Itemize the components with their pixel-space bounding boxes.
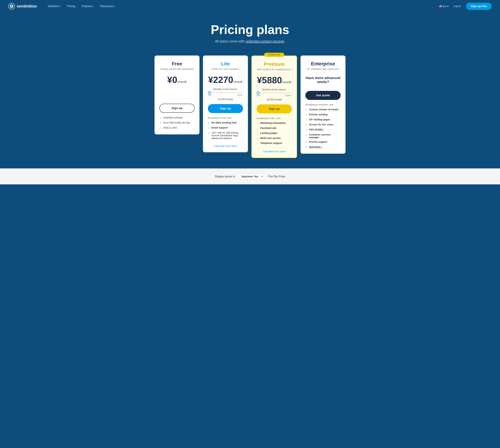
list-item: ✓20+ landing pages	[305, 118, 341, 121]
check-icon: ✓	[305, 133, 308, 137]
free-period: /month	[177, 80, 187, 84]
lite-calc-link[interactable]: Calculate your price	[208, 144, 243, 147]
check-icon: ✓	[208, 127, 210, 129]
free-plan-subtitle: Getting started with Sendinblue	[159, 68, 195, 70]
logo-text: sendinblue	[17, 4, 37, 9]
premium-slider-thumb	[257, 91, 260, 95]
hero-subtitle: All plans come with unlimited contact st…	[3, 39, 497, 43]
nav-features[interactable]: Features ▾	[79, 3, 97, 9]
flag-icon: 🇺🇸	[439, 5, 442, 8]
and-more-link[interactable]: And more...	[309, 145, 322, 148]
check-icon: ✓	[305, 146, 308, 149]
lite-period: /month	[233, 80, 243, 84]
check-icon: ✓	[159, 116, 162, 119]
list-item: ✓SSO (SAML)	[305, 128, 341, 131]
hero-section: Pricing plans All plans come with unlimi…	[0, 13, 500, 52]
enterprise-quote-button[interactable]: Get quote	[305, 91, 341, 100]
free-feature-list: ✓Unlimited contacts ✓Up to 300 emails pe…	[159, 116, 195, 129]
bottom-bar: Display prices in Japanese Yen US Dollar…	[0, 168, 500, 184]
premium-price: ¥5880	[257, 75, 282, 85]
enterprise-feature-list: ✓Custom volume of emails ✓Priority sendi…	[305, 108, 341, 149]
free-signup-button[interactable]: Sign up	[159, 104, 195, 113]
lite-plan-title: Lite	[208, 61, 243, 67]
lite-volume-label: Monthly email volume:	[208, 88, 243, 91]
free-plan-card: Free Getting started with Sendinblue ¥0/…	[155, 55, 199, 134]
premium-calc-link[interactable]: Calculate your price	[257, 150, 292, 153]
enterprise-needs-text: Have more advanced needs?	[305, 76, 341, 84]
lite-slider-track	[208, 92, 243, 93]
popular-badge: POPULAR	[264, 53, 284, 57]
lite-emails-count: 10,000 Emails	[208, 98, 243, 101]
premium-slider-labels: 20K 1000K+	[257, 94, 292, 97]
list-item: ✓Telephone Support	[257, 142, 292, 145]
tax-label: Pre-Tax Price	[268, 175, 285, 178]
check-icon: ✓	[257, 137, 259, 140]
premium-plan-title: Premium	[257, 61, 292, 67]
list-item: ✓Landing pages	[257, 132, 292, 135]
navbar: sendinblue Solutions ▾ Pricing Features …	[0, 0, 500, 13]
lite-feature-list: ✓No daily sending limit ✓Email support ✓…	[208, 121, 243, 140]
free-plan-title: Free	[159, 61, 195, 67]
hero-title: Pricing plans	[3, 23, 497, 37]
list-item: ✓Lite+ add-on: A/B testing, remove Sendi…	[208, 131, 243, 140]
lite-signup-button[interactable]: Sign up	[208, 104, 243, 113]
login-link[interactable]: Log in	[451, 3, 463, 9]
nav-pricing[interactable]: Pricing	[64, 3, 78, 9]
check-icon: ✓	[305, 113, 308, 116]
lang-arrow-icon: ▾	[447, 5, 448, 8]
check-icon: ✓	[208, 121, 210, 125]
svg-point-0	[9, 3, 15, 9]
premium-plan-card: POPULAR Premium Best solution for market…	[251, 55, 297, 158]
language-selector[interactable]: 🇺🇸 EN ▾	[439, 5, 448, 8]
check-icon: ✓	[257, 142, 259, 145]
list-item: ✓Priority support	[305, 141, 341, 144]
pricing-section: Free Getting started with Sendinblue ¥0/…	[0, 52, 500, 168]
lite-slider[interactable]: 10K 100K+	[208, 92, 243, 96]
nav-right: 🇺🇸 EN ▾ Log in Sign up free	[439, 3, 492, 10]
check-icon: ✓	[305, 108, 308, 111]
premium-price-block: ¥5880/month	[257, 75, 292, 85]
lite-features-intro: Everything in Free, and:	[208, 116, 243, 119]
list-item: ✓Customer success manager	[305, 133, 341, 139]
check-icon: ✓	[305, 141, 308, 144]
list-item: ✓Unlimited contacts	[159, 116, 195, 119]
lite-price: ¥2270	[208, 75, 233, 85]
premium-plan-subtitle: Best solution for marketing pros	[257, 68, 292, 71]
unlimited-contacts-link[interactable]: unlimited contact storage	[245, 39, 284, 43]
enterprise-features-intro: Everything in Premium, and:	[305, 103, 341, 106]
free-price: ¥0	[167, 75, 177, 85]
list-item: ✓Up to 300 emails per day	[159, 121, 195, 125]
nav-resources[interactable]: Resources ▾	[98, 3, 118, 9]
enterprise-plan-subtitle: For marketers who need more	[305, 68, 341, 70]
list-item: ✓Custom volume of emails	[305, 108, 341, 111]
resources-arrow-icon: ▾	[114, 5, 115, 7]
signup-button[interactable]: Sign up free	[466, 3, 492, 10]
cards-wrapper: Free Getting started with Sendinblue ¥0/…	[155, 55, 345, 158]
logo[interactable]: sendinblue	[8, 3, 37, 10]
lite-slider-labels: 10K 100K+	[208, 94, 243, 96]
list-item: ✓Marketing Automation	[257, 122, 292, 125]
check-icon: ✓	[305, 123, 308, 127]
check-icon: ✓	[257, 122, 259, 125]
list-item: ✓Multi-user access	[257, 137, 292, 140]
solutions-arrow-icon: ▾	[60, 5, 61, 7]
check-icon: ✓	[208, 131, 210, 135]
lite-slider-thumb	[208, 91, 211, 94]
list-item: ✓Access for 10+ users	[305, 123, 341, 127]
premium-slider[interactable]: 20K 1000K+	[257, 93, 292, 97]
premium-feature-list: ✓Marketing Automation ✓Facebook ads ✓Lan…	[257, 122, 292, 145]
enterprise-plan-title: Enterprise	[305, 61, 341, 67]
check-icon: ✓	[257, 132, 259, 135]
premium-signup-button[interactable]: Sign up	[257, 104, 292, 113]
currency-select[interactable]: Japanese Yen US Dollar Euro British Poun…	[238, 174, 266, 179]
list-item: ✓No daily sending limit	[208, 121, 243, 125]
check-icon: ✓	[257, 127, 259, 130]
check-icon: ✓	[159, 121, 162, 125]
nav-solutions[interactable]: Solutions ▾	[45, 3, 63, 9]
premium-emails-count: 20,000 Emails	[257, 98, 292, 101]
list-item: ✓Priority sending	[305, 113, 341, 116]
lite-plan-card: Lite Perfect for new marketers ¥2270/mon…	[203, 55, 248, 152]
features-arrow-icon: ▾	[93, 5, 94, 7]
premium-period: /month	[282, 80, 292, 84]
premium-features-intro: Everything in Lite+, and:	[257, 117, 292, 119]
